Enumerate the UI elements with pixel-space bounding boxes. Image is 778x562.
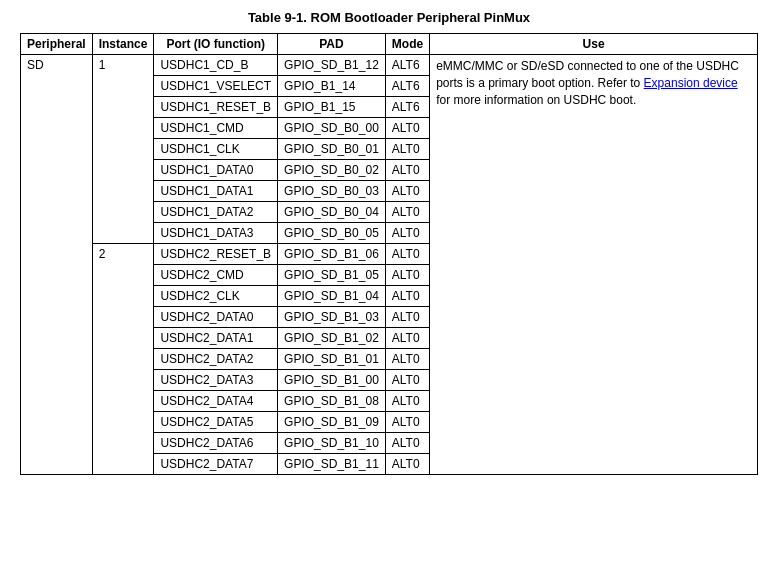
mode-cell: ALT0 — [385, 454, 429, 475]
port-cell: USDHC1_DATA2 — [154, 202, 278, 223]
port-cell: USDHC2_CMD — [154, 265, 278, 286]
port-cell: USDHC2_DATA0 — [154, 307, 278, 328]
port-cell: USDHC1_CLK — [154, 139, 278, 160]
table-title: Table 9-1. ROM Bootloader Peripheral Pin… — [20, 10, 758, 25]
mode-cell: ALT0 — [385, 118, 429, 139]
pad-cell: GPIO_SD_B0_05 — [278, 223, 386, 244]
port-cell: USDHC2_CLK — [154, 286, 278, 307]
pad-cell: GPIO_SD_B1_08 — [278, 391, 386, 412]
port-cell: USDHC2_DATA1 — [154, 328, 278, 349]
col-header-mode: Mode — [385, 34, 429, 55]
mode-cell: ALT0 — [385, 139, 429, 160]
pad-cell: GPIO_SD_B1_06 — [278, 244, 386, 265]
table-header-row: Peripheral Instance Port (IO function) P… — [21, 34, 758, 55]
mode-cell: ALT0 — [385, 181, 429, 202]
mode-cell: ALT0 — [385, 286, 429, 307]
mode-cell: ALT0 — [385, 160, 429, 181]
mode-cell: ALT0 — [385, 265, 429, 286]
port-cell: USDHC1_CD_B — [154, 55, 278, 76]
mode-cell: ALT0 — [385, 391, 429, 412]
port-cell: USDHC2_DATA3 — [154, 370, 278, 391]
pad-cell: GPIO_SD_B1_00 — [278, 370, 386, 391]
mode-cell: ALT0 — [385, 433, 429, 454]
pad-cell: GPIO_SD_B0_01 — [278, 139, 386, 160]
pad-cell: GPIO_SD_B1_04 — [278, 286, 386, 307]
table-row: SD 1 USDHC1_CD_B GPIO_SD_B1_12 ALT6 eMMC… — [21, 55, 758, 76]
mode-cell: ALT0 — [385, 307, 429, 328]
port-cell: USDHC1_DATA1 — [154, 181, 278, 202]
pad-cell: GPIO_SD_B0_02 — [278, 160, 386, 181]
pinmux-table: Peripheral Instance Port (IO function) P… — [20, 33, 758, 475]
port-cell: USDHC2_DATA2 — [154, 349, 278, 370]
port-cell: USDHC2_RESET_B — [154, 244, 278, 265]
mode-cell: ALT0 — [385, 349, 429, 370]
port-cell: USDHC2_DATA5 — [154, 412, 278, 433]
pad-cell: GPIO_SD_B1_05 — [278, 265, 386, 286]
pad-cell: GPIO_SD_B1_09 — [278, 412, 386, 433]
col-header-port: Port (IO function) — [154, 34, 278, 55]
pad-cell: GPIO_SD_B0_04 — [278, 202, 386, 223]
port-cell: USDHC1_DATA0 — [154, 160, 278, 181]
port-cell: USDHC2_DATA6 — [154, 433, 278, 454]
mode-cell: ALT0 — [385, 370, 429, 391]
port-cell: USDHC2_DATA4 — [154, 391, 278, 412]
peripheral-cell: SD — [21, 55, 93, 475]
port-cell: USDHC1_RESET_B — [154, 97, 278, 118]
pad-cell: GPIO_SD_B0_03 — [278, 181, 386, 202]
mode-cell: ALT0 — [385, 202, 429, 223]
port-cell: USDHC2_DATA7 — [154, 454, 278, 475]
mode-cell: ALT0 — [385, 223, 429, 244]
pad-cell: GPIO_SD_B0_00 — [278, 118, 386, 139]
pad-cell: GPIO_SD_B1_03 — [278, 307, 386, 328]
expansion-device-link[interactable]: Expansion device — [644, 76, 738, 90]
mode-cell: ALT6 — [385, 97, 429, 118]
mode-cell: ALT0 — [385, 412, 429, 433]
mode-cell: ALT6 — [385, 76, 429, 97]
pad-cell: GPIO_B1_14 — [278, 76, 386, 97]
col-header-instance: Instance — [92, 34, 154, 55]
port-cell: USDHC1_VSELECT — [154, 76, 278, 97]
pad-cell: GPIO_SD_B1_10 — [278, 433, 386, 454]
col-header-pad: PAD — [278, 34, 386, 55]
pad-cell: GPIO_SD_B1_12 — [278, 55, 386, 76]
mode-cell: ALT6 — [385, 55, 429, 76]
pad-cell: GPIO_SD_B1_02 — [278, 328, 386, 349]
mode-cell: ALT0 — [385, 244, 429, 265]
instance-cell: 1 — [92, 55, 154, 244]
col-header-use: Use — [430, 34, 758, 55]
use-cell: eMMC/MMC or SD/eSD connected to one of t… — [430, 55, 758, 475]
mode-cell: ALT0 — [385, 328, 429, 349]
port-cell: USDHC1_DATA3 — [154, 223, 278, 244]
pad-cell: GPIO_SD_B1_01 — [278, 349, 386, 370]
pad-cell: GPIO_SD_B1_11 — [278, 454, 386, 475]
port-cell: USDHC1_CMD — [154, 118, 278, 139]
pad-cell: GPIO_B1_15 — [278, 97, 386, 118]
col-header-peripheral: Peripheral — [21, 34, 93, 55]
instance-cell: 2 — [92, 244, 154, 475]
